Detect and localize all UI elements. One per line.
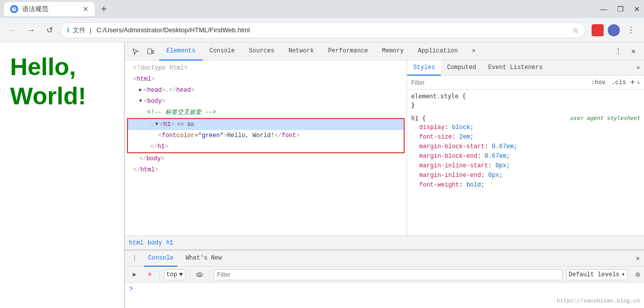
- elements-line-html-close[interactable]: </html>: [125, 164, 407, 175]
- toolbar-extensions: ⋮: [592, 23, 638, 37]
- tab-title: 语法规范: [22, 5, 79, 14]
- devtools-toolbar: Elements Console Sources Network Perform…: [125, 42, 644, 60]
- elements-line-body[interactable]: ▼ <body>: [125, 96, 407, 107]
- console-divider-3: [209, 270, 210, 279]
- breadcrumb-body[interactable]: body: [148, 239, 162, 247]
- url-text: C:/Users/Administrator/Desktop/HTML/Firs…: [96, 26, 569, 34]
- styles-tab-event-listeners[interactable]: Event Listeners: [482, 60, 549, 76]
- devtools-toolbar-right: ⋮ ✕: [612, 45, 640, 58]
- svg-rect-1: [148, 49, 152, 54]
- avatar-icon[interactable]: [608, 24, 620, 36]
- console-body: > https://sanshisan.blog.cn: [125, 283, 644, 308]
- styles-more-tabs[interactable]: »: [632, 65, 644, 72]
- tab-performance[interactable]: Performance: [321, 42, 375, 60]
- console-filter-input[interactable]: [214, 269, 562, 280]
- select-element-button[interactable]: [129, 45, 142, 58]
- console-close-button[interactable]: ✕: [636, 254, 640, 263]
- url-prefix: 文件: [73, 26, 86, 35]
- console-prompt[interactable]: >: [129, 285, 133, 293]
- tab-close-button[interactable]: ✕: [83, 5, 89, 13]
- bookmark-icon[interactable]: ☆: [572, 26, 579, 34]
- devtools-body: <!doctype html> <html> ▶ <head>…</head>: [125, 60, 644, 308]
- elements-line-doctype[interactable]: <!doctype html>: [125, 63, 407, 74]
- tab-memory[interactable]: Memory: [375, 42, 411, 60]
- device-toggle-button[interactable]: [144, 45, 157, 58]
- back-button[interactable]: ←: [6, 23, 20, 37]
- forward-button[interactable]: →: [24, 23, 38, 37]
- styles-tab-styles[interactable]: Styles: [407, 60, 441, 76]
- elements-line-h1[interactable]: … ▼ <h1> == $0: [128, 119, 404, 130]
- console-tabs: ⋮ Console What's New ✕: [125, 251, 644, 267]
- line-dots: …: [150, 120, 153, 129]
- tab-elements[interactable]: Elements: [159, 42, 203, 60]
- expand-head[interactable]: ▶: [139, 86, 142, 95]
- css-rule-margin-block-start: margin-block-start: 0.67em;: [411, 142, 640, 152]
- console-divider-2: [189, 270, 190, 279]
- devtools-panel: Elements Console Sources Network Perform…: [124, 42, 644, 308]
- page-content: Hello,World!: [0, 42, 124, 308]
- styles-tab-computed[interactable]: Computed: [441, 60, 482, 76]
- url-separator: |: [90, 26, 91, 34]
- minimize-button[interactable]: —: [600, 5, 607, 13]
- tab-application[interactable]: Application: [411, 42, 465, 60]
- cls-button[interactable]: .cls: [610, 79, 628, 87]
- breadcrumb-h1[interactable]: h1: [166, 239, 173, 247]
- console-settings-button[interactable]: ⚙: [636, 270, 640, 279]
- new-tab-button[interactable]: +: [97, 2, 111, 16]
- tab-more[interactable]: »: [465, 42, 483, 60]
- elements-line-font[interactable]: <font color="green" >Hello, World!</font…: [128, 130, 404, 141]
- tab-sources[interactable]: Sources: [242, 42, 281, 60]
- menu-button[interactable]: ⋮: [624, 23, 638, 37]
- browser-tab[interactable]: 语法规范 ✕: [4, 2, 95, 16]
- console-toolbar: ▶ ⊘ top ▼: [125, 267, 644, 283]
- close-button[interactable]: ✕: [634, 5, 640, 13]
- default-levels-select[interactable]: Default levels ▾: [566, 269, 628, 280]
- refresh-button[interactable]: ↺: [42, 23, 56, 37]
- elements-line-h1-close[interactable]: </h1>: [128, 141, 404, 152]
- console-context-select[interactable]: top ▼: [164, 269, 185, 280]
- expand-body[interactable]: ▼: [139, 97, 142, 106]
- console-stop-button[interactable]: ⊘: [144, 269, 155, 280]
- window-controls: — ❐ ✕: [600, 5, 640, 13]
- extension-icon[interactable]: [592, 24, 604, 36]
- filter-options: :hov .cls + ▲: [589, 78, 640, 87]
- styles-tabs: Styles Computed Event Listeners »: [407, 60, 644, 76]
- elements-line-body-close[interactable]: </body>: [125, 153, 407, 164]
- console-tab-console[interactable]: Console: [144, 251, 177, 267]
- css-block-element-style: element.style { }: [411, 92, 640, 110]
- css-block-h1: h1 { user agent stylesheet display: bloc…: [411, 114, 640, 190]
- elements-line-html[interactable]: <html>: [125, 74, 407, 85]
- elements-line-head[interactable]: ▶ <head>…</head>: [125, 85, 407, 96]
- console-menu-button[interactable]: ⋮: [129, 253, 140, 264]
- info-icon: ℹ: [67, 27, 70, 34]
- hov-button[interactable]: :hov: [589, 79, 608, 87]
- styles-filter-input[interactable]: [411, 79, 587, 86]
- console-play-button[interactable]: ▶: [129, 269, 140, 280]
- expand-h1[interactable]: ▼: [155, 120, 158, 129]
- css-element-style-selector: element.style {: [411, 93, 466, 100]
- css-rule-font-weight: font-weight: bold;: [411, 180, 640, 190]
- tab-network[interactable]: Network: [281, 42, 320, 60]
- elements-line-comment[interactable]: <!-- 标签交叉嵌套 -->: [125, 107, 407, 118]
- breadcrumb-bar: html body h1: [125, 235, 644, 250]
- css-h1-selector: h1 {: [411, 114, 426, 123]
- devtools-close-button[interactable]: ✕: [627, 45, 640, 58]
- tab-favicon: [10, 5, 18, 13]
- add-style-button[interactable]: +: [630, 78, 635, 87]
- selected-element-box: … ▼ <h1> == $0 <font color="green" >Hell…: [127, 118, 405, 153]
- console-tab-whatsnew[interactable]: What's New: [181, 251, 226, 267]
- maximize-button[interactable]: ❐: [617, 5, 624, 13]
- main-area: Hello,World! Eleme: [0, 42, 644, 308]
- browser-window: 语法规范 ✕ + — ❐ ✕ ← → ↺ ℹ 文件 | C:/Users/Adm…: [0, 0, 644, 308]
- svg-point-3: [197, 273, 203, 277]
- css-rule-font-size: font-size: 2em;: [411, 133, 640, 142]
- devtools-tabs: Elements Console Sources Network Perform…: [159, 42, 483, 60]
- console-eye-button[interactable]: [194, 269, 205, 280]
- address-bar: ← → ↺ ℹ 文件 | C:/Users/Administrator/Desk…: [0, 18, 644, 42]
- breadcrumb-html[interactable]: html: [129, 239, 144, 247]
- hello-world-text: Hello,World!: [10, 52, 86, 110]
- tab-console[interactable]: Console: [203, 42, 242, 60]
- css-h1-source: user agent stylesheet: [570, 114, 640, 123]
- address-input[interactable]: ℹ 文件 | C:/Users/Administrator/Desktop/HT…: [60, 22, 586, 38]
- devtools-menu-button[interactable]: ⋮: [612, 45, 625, 58]
